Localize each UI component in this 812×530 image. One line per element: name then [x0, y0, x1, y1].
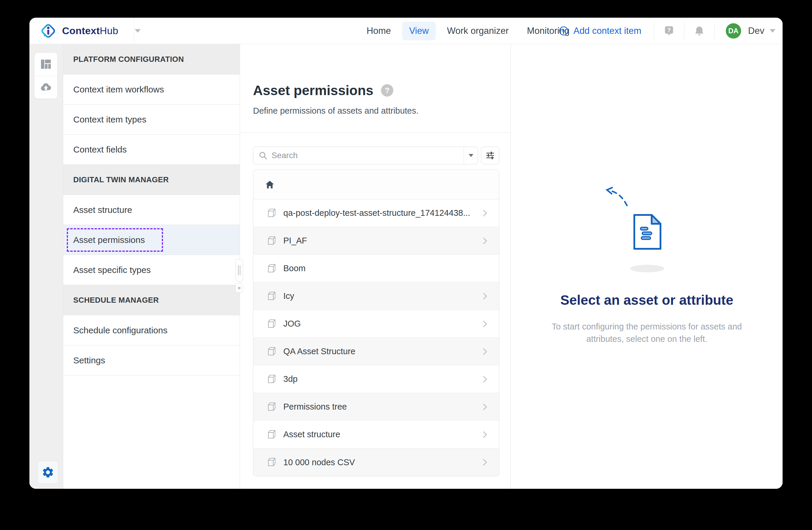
nav-item[interactable]: View: [402, 22, 436, 40]
search-options-dropdown[interactable]: [464, 147, 478, 164]
sidebar-entry[interactable]: PLATFORM CONFIGURATION: [63, 44, 240, 74]
app-window: ContextHub HomeViewWork organizerMonitor…: [29, 18, 783, 489]
asset-cube-icon: [266, 457, 277, 468]
empty-state: Select an asset or attribute To start co…: [511, 183, 783, 345]
asset-label: 3dp: [283, 374, 481, 384]
asset-cube-icon: [266, 208, 277, 219]
dashed-arrow: [607, 187, 627, 206]
notifications-button[interactable]: [694, 25, 705, 37]
sidebar-entry-label: Asset structure: [73, 205, 132, 215]
sidebar-entry-box: Settings: [73, 349, 105, 372]
chevron-right-icon[interactable]: [481, 375, 488, 383]
chevron-right-icon[interactable]: [481, 320, 488, 328]
asset-row[interactable]: qa-post-deploy-test-asset-structure_1741…: [253, 199, 499, 227]
user-name[interactable]: Dev: [748, 26, 764, 36]
add-context-item-button[interactable]: Add context item: [559, 26, 641, 36]
asset-cube-icon: [266, 346, 277, 357]
sidebar-entry-box: DIGITAL TWIN MANAGER: [73, 168, 169, 191]
sidebar-entry[interactable]: DIGITAL TWIN MANAGER: [63, 165, 240, 195]
asset-row[interactable]: Asset structure: [253, 421, 499, 448]
contexthub-logo-icon: [40, 23, 57, 40]
empty-state-illustration: [603, 183, 691, 277]
sidebar-entry-box: Context item types: [73, 108, 146, 131]
asset-row[interactable]: PI_AF: [253, 227, 499, 255]
asset-row[interactable]: Boom: [253, 255, 499, 282]
asset-label: PI_AF: [283, 236, 481, 246]
asset-cube-icon: [266, 402, 277, 412]
sidebar-entry-box: Asset structure: [73, 198, 132, 222]
chevron-right-icon[interactable]: [481, 292, 488, 300]
filter-sliders-icon: [485, 150, 495, 161]
chevron-right-icon[interactable]: [481, 403, 488, 411]
sidebar-entry[interactable]: Context fields: [63, 135, 240, 165]
search-icon: [253, 151, 272, 160]
settings-gear-button[interactable]: [38, 461, 58, 484]
topbar-right: Add context item ? DA Dev: [559, 18, 783, 44]
sidebar-entry-label: Context item types: [73, 114, 146, 125]
sidebar-entry-box: Context fields: [73, 138, 127, 161]
help-icon: ?: [664, 25, 675, 37]
sidebar-entry[interactable]: Asset structure: [63, 195, 240, 225]
panel-collapse-button[interactable]: ×: [235, 283, 243, 293]
filter-button[interactable]: [481, 147, 499, 164]
asset-label: Permissions tree: [283, 402, 481, 412]
add-context-item-label: Add context item: [574, 26, 641, 36]
sidebar-entry-label: Context fields: [73, 144, 127, 155]
search-input[interactable]: [272, 147, 464, 164]
divider: [684, 23, 684, 40]
nav-item[interactable]: Home: [360, 22, 398, 40]
brand[interactable]: ContextHub: [40, 18, 141, 44]
sidebar-entry-label: Settings: [73, 355, 105, 365]
brand-caret-icon[interactable]: [135, 29, 141, 33]
asset-permissions-panel: Asset permissions ? Define permissions o…: [240, 44, 511, 489]
asset-cube-icon: [266, 374, 277, 385]
asset-root-row[interactable]: [253, 170, 499, 199]
page-title: Asset permissions: [253, 82, 373, 98]
sidebar-entry-box: Context item workflows: [73, 78, 164, 101]
nav-item[interactable]: Work organizer: [440, 22, 516, 40]
title-help-icon[interactable]: ?: [381, 84, 393, 97]
asset-row[interactable]: 3dp: [253, 365, 499, 393]
layout-view-button[interactable]: [34, 53, 57, 76]
avatar[interactable]: DA: [726, 23, 741, 39]
sidebar-entry[interactable]: SCHEDULE MANAGER: [63, 285, 240, 315]
sidebar-entry[interactable]: Asset permissions: [63, 225, 240, 255]
asset-cube-icon: [266, 429, 277, 440]
sidebar-entry[interactable]: Schedule configurations: [63, 315, 240, 345]
chevron-right-icon[interactable]: [481, 458, 488, 466]
icon-rail: [29, 44, 63, 489]
sidebar-entry[interactable]: Asset specific types: [63, 255, 240, 285]
chevron-right-icon[interactable]: [481, 347, 488, 356]
asset-row[interactable]: Permissions tree: [253, 393, 499, 421]
asset-label: JOG: [283, 319, 481, 329]
help-button[interactable]: ?: [664, 25, 675, 37]
sidebar-entry-label: DIGITAL TWIN MANAGER: [73, 175, 169, 184]
sidebar-entry-label: Asset specific types: [73, 265, 151, 275]
chevron-right-icon[interactable]: [481, 237, 488, 245]
sidebar-entry[interactable]: Context item types: [63, 104, 240, 135]
sidebar-entry[interactable]: Settings: [63, 345, 240, 375]
asset-label: Boom: [283, 264, 481, 273]
topbar-divider: [134, 18, 134, 44]
bell-icon: [694, 25, 705, 37]
asset-row[interactable]: JOG: [253, 310, 499, 338]
asset-list: qa-post-deploy-test-asset-structure_1741…: [253, 170, 499, 476]
chevron-right-icon[interactable]: [481, 209, 488, 217]
panel-resize-handle[interactable]: [235, 259, 243, 281]
asset-row[interactable]: Icy: [253, 282, 499, 310]
sidebar-entry-label: SCHEDULE MANAGER: [73, 296, 159, 305]
upload-button[interactable]: [34, 76, 57, 99]
main-nav: HomeViewWork organizerMonitoring: [360, 18, 577, 44]
asset-label: 10 000 nodes CSV: [283, 458, 481, 467]
sidebar-entry-box: Asset permissions: [67, 228, 163, 252]
asset-search: [253, 147, 478, 164]
asset-row[interactable]: QA Asset Structure: [253, 338, 499, 365]
detail-panel: Select an asset or attribute To start co…: [511, 44, 783, 489]
config-sidebar: PLATFORM CONFIGURATION Context item work…: [63, 44, 240, 489]
user-menu-caret-icon[interactable]: [770, 29, 775, 33]
asset-label: QA Asset Structure: [283, 347, 481, 356]
sidebar-entry[interactable]: Context item workflows: [63, 74, 240, 104]
sidebar-entry-box: Asset specific types: [73, 258, 151, 282]
chevron-right-icon[interactable]: [481, 431, 488, 439]
asset-row[interactable]: 10 000 nodes CSV: [253, 448, 499, 476]
